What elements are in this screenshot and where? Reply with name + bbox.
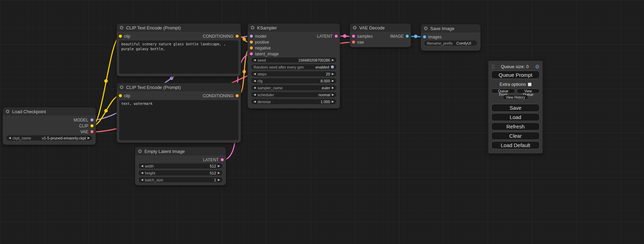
node-clip-text-encode-negative[interactable]: CLIP Text Encode (Prompt) clip CONDITION… xyxy=(117,83,241,143)
collapse-toggle-dot[interactable] xyxy=(251,26,254,29)
input-port-vae[interactable] xyxy=(352,40,355,44)
denoise-widget[interactable]: ◀ denoise 1.000 ▶ xyxy=(251,99,336,104)
widget-label: height xyxy=(145,171,155,175)
output-port-latent[interactable] xyxy=(335,35,338,38)
seed-widget[interactable]: ◀ seed 156680208700286 ▶ xyxy=(251,57,336,63)
width-widget[interactable]: ◀ width 512 ▶ xyxy=(139,163,222,169)
collapse-toggle-dot[interactable] xyxy=(120,85,123,89)
sampler-name-widget[interactable]: ◀ sampler_name euler ▶ xyxy=(251,85,336,90)
increment-arrow-icon[interactable]: ▶ xyxy=(332,100,334,103)
positive-prompt-textarea[interactable]: beautiful scenery nature glass bottle la… xyxy=(119,40,238,74)
input-port-images[interactable] xyxy=(423,35,426,38)
collapse-toggle-dot[interactable] xyxy=(138,150,142,153)
wire-dot-clip-positive xyxy=(104,79,108,83)
decrement-arrow-icon[interactable]: ◀ xyxy=(254,100,256,103)
negative-prompt-textarea[interactable]: text, watermark xyxy=(119,100,238,140)
prev-arrow-icon[interactable]: ◀ xyxy=(254,87,256,89)
collapse-toggle-dot[interactable] xyxy=(424,27,427,30)
node-title-bar[interactable]: Load Checkpoint xyxy=(3,107,96,116)
node-title: Load Checkpoint xyxy=(12,109,46,114)
filename-prefix-widget[interactable]: filename_prefix ComfyUI xyxy=(424,40,477,46)
prev-arrow-icon[interactable]: ◀ xyxy=(9,137,11,139)
batch-size-widget[interactable]: ◀ batch_size 1 ▶ xyxy=(139,177,222,182)
input-port-model[interactable] xyxy=(250,35,253,38)
output-port-conditioning[interactable] xyxy=(236,35,239,38)
node-title-bar[interactable]: CLIP Text Encode (Prompt) xyxy=(117,24,241,32)
height-widget[interactable]: ◀ height 512 ▶ xyxy=(139,170,222,175)
wire-dot-conditioning-negative xyxy=(242,70,246,73)
node-title-bar[interactable]: VAE Decode xyxy=(350,24,411,32)
output-port-image[interactable] xyxy=(406,35,409,38)
clear-button[interactable]: Clear xyxy=(491,132,540,140)
input-port-clip[interactable] xyxy=(119,35,122,38)
decrement-arrow-icon[interactable]: ◀ xyxy=(254,80,256,82)
steps-widget[interactable]: ◀ steps 20 ▶ xyxy=(251,71,336,76)
output-port-clip[interactable] xyxy=(90,124,94,127)
node-empty-latent-image[interactable]: Empty Latent Image LATENT ◀ width 512 ▶ … xyxy=(135,147,226,185)
increment-arrow-icon[interactable]: ▶ xyxy=(332,80,334,82)
queue-prompt-button[interactable]: Queue Prompt xyxy=(491,71,540,79)
comfy-menu-panel: Queue size: 0 ⚙ Queue Prompt Extra optio… xyxy=(488,61,542,153)
increment-arrow-icon[interactable]: ▶ xyxy=(332,73,334,75)
decrement-arrow-icon[interactable]: ◀ xyxy=(141,165,143,168)
input-port-clip[interactable] xyxy=(119,94,122,97)
ckpt-name-widget[interactable]: ◀ ckpt_name v1-5-pruned-emaonly.ckpt ▶ xyxy=(6,135,92,141)
load-button[interactable]: Load xyxy=(491,113,540,121)
load-default-button[interactable]: Load Default xyxy=(491,141,540,149)
node-graph-canvas[interactable]: Load Checkpoint MODEL CLIP VAE xyxy=(0,0,644,244)
input-port-samples[interactable] xyxy=(352,35,355,38)
next-arrow-icon[interactable]: ▶ xyxy=(332,87,334,89)
output-port-model[interactable] xyxy=(90,118,94,121)
input-port-positive[interactable] xyxy=(250,40,253,44)
node-save-image[interactable]: Save Image images filename_prefix ComfyU… xyxy=(421,24,480,51)
menu-drag-handle-icon[interactable] xyxy=(491,64,494,69)
next-arrow-icon[interactable]: ▶ xyxy=(88,137,90,139)
input-port-latent-image[interactable] xyxy=(250,52,253,55)
next-arrow-icon[interactable]: ▶ xyxy=(332,93,334,96)
collapse-toggle-dot[interactable] xyxy=(120,26,123,29)
prev-arrow-icon[interactable]: ◀ xyxy=(254,93,256,96)
random-seed-toggle-widget[interactable]: Random seed after every gen enabled xyxy=(251,64,336,70)
node-title-bar[interactable]: KSampler xyxy=(248,24,340,32)
input-label-vae: vae xyxy=(357,40,364,45)
increment-arrow-icon[interactable]: ▶ xyxy=(332,59,334,62)
node-load-checkpoint[interactable]: Load Checkpoint MODEL CLIP VAE xyxy=(3,107,96,145)
node-clip-text-encode-positive[interactable]: CLIP Text Encode (Prompt) clip CONDITION… xyxy=(117,24,241,76)
increment-arrow-icon[interactable]: ▶ xyxy=(218,165,220,168)
widget-value: ComfyUI xyxy=(456,41,471,45)
queue-size-label: Queue size: 0 xyxy=(494,64,535,69)
scheduler-widget[interactable]: ◀ scheduler normal ▶ xyxy=(251,92,336,97)
output-label-latent: LATENT xyxy=(317,34,333,39)
decrement-arrow-icon[interactable]: ◀ xyxy=(141,179,143,181)
increment-arrow-icon[interactable]: ▶ xyxy=(218,172,220,174)
save-button[interactable]: Save xyxy=(491,104,540,112)
node-title-bar[interactable]: Save Image xyxy=(421,24,480,33)
increment-arrow-icon[interactable]: ▶ xyxy=(218,179,220,181)
node-ksampler[interactable]: KSampler model LATENT positive xyxy=(248,24,340,108)
view-queue-button[interactable]: View Queue xyxy=(517,89,540,93)
wire-dot-image xyxy=(414,35,417,38)
settings-gear-icon[interactable]: ⚙ xyxy=(535,64,540,69)
widget-label: sampler_name xyxy=(257,86,283,90)
output-port-conditioning[interactable] xyxy=(236,94,239,97)
decrement-arrow-icon[interactable]: ◀ xyxy=(254,59,256,62)
widget-value: enabled xyxy=(316,65,329,69)
node-title-bar[interactable]: CLIP Text Encode (Prompt) xyxy=(117,83,241,91)
queue-front-button[interactable]: Queue Front xyxy=(491,89,515,93)
node-title-bar[interactable]: Empty Latent Image xyxy=(135,147,226,155)
input-port-negative[interactable] xyxy=(250,46,253,49)
output-port-vae[interactable] xyxy=(90,130,94,133)
collapse-toggle-dot[interactable] xyxy=(6,110,9,113)
refresh-button[interactable]: Refresh xyxy=(491,123,540,130)
node-vae-decode[interactable]: VAE Decode samples IMAGE vae xyxy=(350,24,411,47)
toggle-knob[interactable] xyxy=(331,65,334,69)
output-label-conditioning: CONDITIONING xyxy=(203,34,233,39)
decrement-arrow-icon[interactable]: ◀ xyxy=(254,73,256,75)
extra-options-checkbox[interactable] xyxy=(528,83,531,86)
output-label-image: IMAGE xyxy=(390,34,404,39)
collapse-toggle-dot[interactable] xyxy=(353,26,356,29)
decrement-arrow-icon[interactable]: ◀ xyxy=(141,172,143,174)
cfg-widget[interactable]: ◀ cfg 8.000 ▶ xyxy=(251,78,336,83)
output-port-latent[interactable] xyxy=(221,158,224,161)
view-history-button[interactable]: View History xyxy=(503,95,528,100)
